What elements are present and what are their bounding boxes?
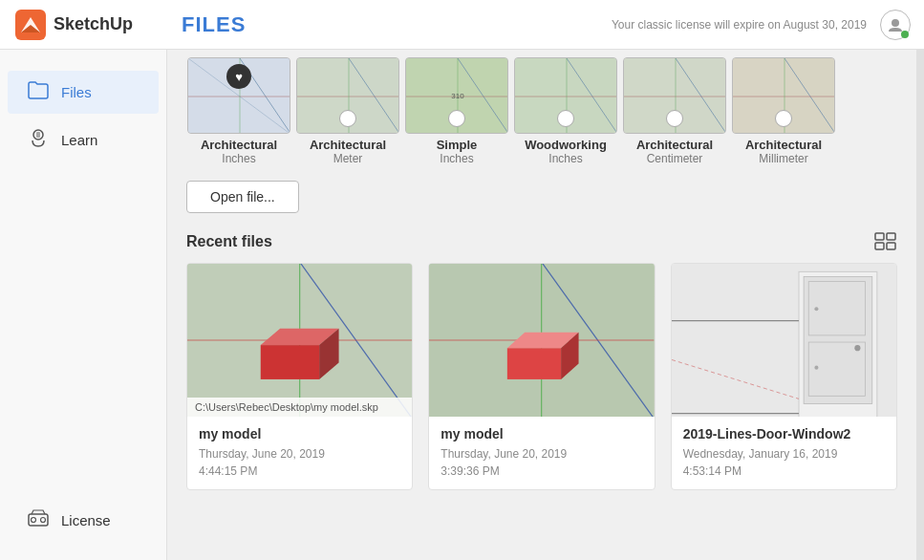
recent-files-title: Recent files	[186, 233, 272, 250]
template-name-arch-meter-top: Architectural	[310, 138, 386, 152]
topbar: SketchUp FILES Your classic license will…	[0, 0, 924, 50]
file-card-1[interactable]: C:\Users\Rebec\Desktop\my model.skp my m…	[186, 263, 413, 490]
template-card-arch-mm[interactable]: Architectural Millimeter	[731, 57, 836, 165]
svg-point-8	[41, 518, 46, 523]
scrollbar-track[interactable]	[916, 50, 924, 560]
template-card-arch-meter[interactable]: Architectural Meter	[295, 57, 400, 165]
file-card-3[interactable]: 2019-Lines-Door-Window2 Wednesday, Janua…	[671, 263, 897, 490]
online-indicator	[901, 31, 909, 38]
sidebar-learn-label: Learn	[61, 132, 97, 148]
radio-badge-6	[775, 110, 792, 127]
sidebar-item-license[interactable]: License	[8, 498, 159, 543]
file-date-line1-3: Wednesday, January 16, 2019	[683, 447, 838, 461]
radio-badge-2	[339, 110, 356, 127]
template-card-arch-cm[interactable]: Architectural Centimeter	[622, 57, 727, 165]
svg-rect-36	[887, 233, 895, 240]
radio-badge-3	[448, 110, 465, 127]
app-logo-text: SketchUp	[54, 14, 133, 34]
svg-point-7	[32, 518, 36, 523]
template-name-arch-meter-bottom: Meter	[333, 152, 363, 165]
page-title: FILES	[182, 12, 246, 37]
svg-rect-55	[804, 276, 872, 403]
grid-view-icon[interactable]	[874, 232, 897, 251]
template-name-arch-cm-top: Architectural	[636, 138, 713, 152]
file-name-2: my model	[441, 426, 642, 442]
files-grid: C:\Users\Rebec\Desktop\my model.skp my m…	[186, 263, 897, 490]
file-info-2: my model Thursday, June 20, 2019 3:39:36…	[429, 417, 654, 489]
template-name-arch-cm-bottom: Centimeter	[647, 152, 703, 165]
radio-badge-4	[557, 110, 574, 127]
file-preview-1	[187, 264, 412, 417]
file-date-line2-1: 4:44:15 PM	[199, 464, 257, 478]
file-name-1: my model	[199, 426, 400, 442]
template-card-arch-inches[interactable]: ♥ Architectural Inches	[186, 57, 291, 165]
svg-rect-35	[875, 233, 884, 240]
templates-section: ♥ Architectural Inches	[167, 50, 916, 181]
sidebar-bottom: License	[0, 496, 166, 560]
template-name-woodworking-inches-top: Woodworking	[525, 138, 607, 152]
template-thumb-woodworking-inches	[514, 57, 617, 134]
svg-rect-43	[261, 345, 319, 379]
template-name-arch-mm-bottom: Millimeter	[759, 152, 807, 165]
file-date-line2-2: 3:39:36 PM	[441, 464, 499, 478]
template-thumb-arch-meter	[296, 57, 399, 134]
file-date-line1-1: Thursday, June 20, 2019	[199, 447, 325, 461]
file-name-3: 2019-Lines-Door-Window2	[683, 426, 885, 442]
user-avatar[interactable]	[880, 10, 911, 40]
template-name-arch-inches-bottom: Inches	[222, 152, 255, 165]
file-path-text-1: C:\Users\Rebec\Desktop\my model.skp	[195, 401, 378, 413]
recent-files-header: Recent files	[186, 232, 897, 251]
recent-files-section: Recent files	[167, 225, 916, 506]
file-thumb-1: C:\Users\Rebec\Desktop\my model.skp	[187, 264, 412, 417]
open-file-button[interactable]: Open file...	[186, 181, 299, 213]
content-area: ♥ Architectural Inches	[167, 50, 916, 560]
file-path-overlay-1: C:\Users\Rebec\Desktop\my model.skp	[187, 398, 412, 417]
template-thumb-arch-cm	[623, 57, 726, 134]
svg-point-3	[892, 19, 899, 27]
view-toggle[interactable]	[874, 232, 897, 251]
file-preview-3	[672, 264, 896, 417]
license-notice: Your classic license will expire on Augu…	[612, 18, 867, 32]
svg-point-58	[814, 307, 818, 311]
file-date-line1-2: Thursday, June 20, 2019	[441, 447, 567, 461]
sidebar: Files Learn License	[0, 50, 167, 560]
file-date-3: Wednesday, January 16, 2019 4:53:14 PM	[683, 445, 885, 480]
sidebar-license-label: License	[61, 512, 111, 528]
svg-rect-38	[887, 243, 895, 249]
file-thumb-3	[672, 264, 896, 417]
template-thumb-arch-mm	[732, 57, 835, 134]
main-layout: Files Learn License	[0, 50, 924, 560]
svg-point-59	[814, 366, 818, 370]
svg-rect-5	[36, 132, 40, 138]
file-date-2: Thursday, June 20, 2019 3:39:36 PM	[441, 445, 642, 480]
template-card-simple-inches[interactable]: 310 Simple Inches	[404, 57, 509, 165]
template-name-arch-inches-top: Architectural	[201, 138, 277, 152]
file-card-2[interactable]: my model Thursday, June 20, 2019 3:39:36…	[428, 263, 655, 490]
template-name-woodworking-inches-bottom: Inches	[548, 152, 582, 165]
svg-text:310: 310	[451, 92, 464, 100]
radio-badge-5	[666, 110, 683, 127]
sidebar-files-label: Files	[61, 84, 92, 100]
file-date-1: Thursday, June 20, 2019 4:44:15 PM	[199, 445, 400, 480]
folder-icon	[27, 80, 50, 104]
sidebar-item-learn[interactable]: Learn	[8, 118, 159, 162]
file-info-3: 2019-Lines-Door-Window2 Wednesday, Janua…	[672, 417, 896, 489]
template-name-simple-inches-bottom: Inches	[440, 152, 473, 165]
svg-rect-37	[875, 243, 884, 249]
file-preview-2	[429, 264, 654, 417]
template-name-simple-inches-top: Simple	[437, 138, 478, 152]
template-thumb-arch-inches: ♥	[187, 57, 290, 134]
sidebar-item-files[interactable]: Files	[8, 71, 159, 114]
sketchup-logo	[15, 10, 46, 40]
templates-row: ♥ Architectural Inches	[186, 57, 897, 165]
template-card-woodworking-inches[interactable]: Woodworking Inches	[513, 57, 618, 165]
template-thumb-simple-inches: 310	[405, 57, 508, 134]
template-name-arch-mm-top: Architectural	[745, 138, 822, 152]
svg-point-60	[854, 345, 860, 351]
svg-rect-50	[507, 348, 561, 379]
learn-icon	[27, 127, 50, 153]
license-icon	[27, 507, 50, 533]
file-date-line2-3: 4:53:14 PM	[683, 464, 741, 478]
logo-area: SketchUp	[15, 10, 133, 40]
file-info-1: my model Thursday, June 20, 2019 4:44:15…	[187, 417, 412, 489]
